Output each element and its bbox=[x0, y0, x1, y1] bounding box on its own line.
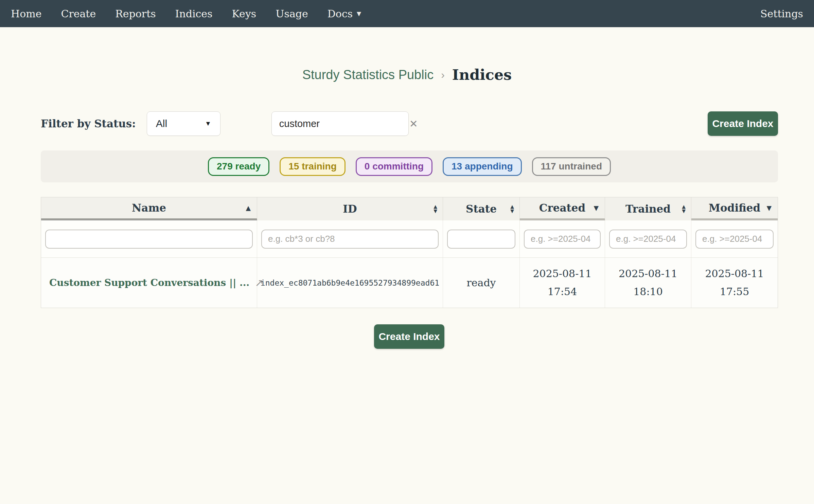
status-select[interactable]: All ▼ bbox=[147, 111, 220, 136]
column-header-state[interactable]: State ▲ ▼ bbox=[443, 197, 520, 220]
nav-item-create[interactable]: Create bbox=[61, 8, 96, 20]
created-filter-input[interactable] bbox=[524, 230, 601, 249]
sort-both-icon: ▲ ▼ bbox=[682, 204, 686, 213]
sort-both-icon: ▲ ▼ bbox=[433, 204, 437, 213]
status-badge-untrained: 117 untrained bbox=[532, 157, 611, 176]
search-input[interactable] bbox=[279, 118, 408, 130]
status-badge-committing: 0 committing bbox=[356, 157, 432, 176]
sort-down-glyph: ▼ bbox=[510, 209, 514, 213]
chevron-down-icon: ▼ bbox=[205, 120, 211, 127]
cell-state: ready bbox=[443, 258, 520, 308]
top-navbar: Home Create Reports Indices Keys Usage D… bbox=[0, 0, 814, 27]
column-label: ID bbox=[343, 203, 357, 215]
table-filter-row bbox=[41, 220, 778, 258]
column-label: Created bbox=[539, 202, 586, 214]
status-badge-training: 15 training bbox=[280, 157, 346, 176]
filter-by-status-label: Filter by Status: bbox=[41, 118, 136, 130]
filter-cell-id bbox=[257, 220, 443, 257]
sort-asc-icon: ▲ bbox=[246, 204, 251, 212]
nav-item-reports[interactable]: Reports bbox=[115, 8, 156, 20]
search-box: ✕ bbox=[271, 111, 409, 136]
table-header-row: Name ▲ ID ▲ ▼ State ▲ ▼ Created ▼ bbox=[41, 197, 778, 220]
create-index-button-bottom[interactable]: Create Index bbox=[374, 324, 444, 349]
page: Home Create Reports Indices Keys Usage D… bbox=[0, 0, 814, 504]
created-time: 17:54 bbox=[533, 283, 592, 301]
cell-id: index_ec8071ab6b9e4e1695527934899ead61 bbox=[257, 258, 443, 308]
filter-cell-created bbox=[520, 220, 605, 257]
column-label: Name bbox=[132, 202, 166, 214]
chevron-down-icon: ▼ bbox=[357, 10, 361, 17]
create-index-button-top[interactable]: Create Index bbox=[708, 111, 778, 136]
cell-trained: 2025-08-11 18:10 bbox=[605, 258, 691, 308]
column-label: State bbox=[466, 203, 497, 215]
trained-date: 2025-08-11 bbox=[619, 265, 677, 283]
cell-created: 2025-08-11 17:54 bbox=[520, 258, 605, 308]
column-header-name[interactable]: Name ▲ bbox=[41, 197, 257, 220]
status-select-value: All bbox=[156, 118, 167, 129]
index-id-value: index_ec8071ab6b9e4e1695527934899ead61 bbox=[261, 278, 439, 287]
filter-cell-trained bbox=[605, 220, 691, 257]
trained-time: 18:10 bbox=[619, 283, 677, 301]
table-row: Customer Support Conversations || ... ↗ … bbox=[41, 258, 778, 308]
sort-down-glyph: ▼ bbox=[682, 209, 686, 213]
nav-item-keys[interactable]: Keys bbox=[232, 8, 256, 20]
modified-time: 17:55 bbox=[705, 283, 764, 301]
navbar-links: Home Create Reports Indices Keys Usage D… bbox=[11, 8, 361, 20]
filter-cell-name bbox=[41, 220, 257, 257]
filter-cell-modified bbox=[691, 220, 778, 257]
modified-filter-input[interactable] bbox=[695, 230, 774, 249]
sort-down-glyph: ▼ bbox=[433, 209, 437, 213]
trained-datetime: 2025-08-11 18:10 bbox=[619, 265, 677, 301]
id-filter-input[interactable] bbox=[261, 230, 439, 249]
column-header-modified[interactable]: Modified ▼ bbox=[691, 197, 778, 220]
nav-docs-label: Docs bbox=[328, 8, 353, 20]
filter-toolbar: Filter by Status: All ▼ ✕ Create Index bbox=[41, 111, 778, 136]
status-badge-appending: 13 appending bbox=[443, 157, 521, 176]
nav-item-home[interactable]: Home bbox=[11, 8, 41, 20]
clear-search-icon[interactable]: ✕ bbox=[408, 118, 419, 130]
sort-desc-icon: ▼ bbox=[594, 204, 599, 212]
created-datetime: 2025-08-11 17:54 bbox=[533, 265, 592, 301]
created-date: 2025-08-11 bbox=[533, 265, 592, 283]
nav-item-usage[interactable]: Usage bbox=[276, 8, 308, 20]
nav-item-indices[interactable]: Indices bbox=[175, 8, 213, 20]
column-label: Trained bbox=[625, 203, 671, 215]
cell-modified: 2025-08-11 17:55 bbox=[691, 258, 778, 308]
column-header-trained[interactable]: Trained ▲ ▼ bbox=[605, 197, 691, 220]
page-title: Indices bbox=[452, 66, 512, 83]
breadcrumb-parent-link[interactable]: Sturdy Statistics Public bbox=[302, 68, 433, 82]
sort-both-icon: ▲ ▼ bbox=[510, 204, 514, 213]
breadcrumb-separator-icon: › bbox=[441, 69, 445, 81]
nav-item-docs[interactable]: Docs ▼ bbox=[328, 8, 361, 20]
modified-datetime: 2025-08-11 17:55 bbox=[705, 265, 764, 301]
column-label: Modified bbox=[709, 202, 760, 214]
status-badge-strip: 279 ready 15 training 0 committing 13 ap… bbox=[41, 150, 778, 182]
trained-filter-input[interactable] bbox=[609, 230, 687, 249]
name-filter-input[interactable] bbox=[45, 230, 253, 249]
column-header-id[interactable]: ID ▲ ▼ bbox=[257, 197, 443, 220]
breadcrumb: Sturdy Statistics Public › Indices bbox=[0, 66, 814, 83]
nav-item-settings[interactable]: Settings bbox=[760, 8, 803, 20]
cell-name: Customer Support Conversations || ... ↗ bbox=[41, 258, 257, 308]
indices-table: Name ▲ ID ▲ ▼ State ▲ ▼ Created ▼ bbox=[41, 197, 778, 308]
state-filter-input[interactable] bbox=[447, 230, 515, 249]
column-header-created[interactable]: Created ▼ bbox=[520, 197, 605, 220]
index-state-value: ready bbox=[466, 277, 496, 289]
modified-date: 2025-08-11 bbox=[705, 265, 764, 283]
status-badge-ready: 279 ready bbox=[208, 157, 269, 176]
index-name-link[interactable]: Customer Support Conversations || ... bbox=[49, 277, 249, 288]
sort-desc-icon: ▼ bbox=[766, 204, 772, 212]
filter-cell-state bbox=[443, 220, 520, 257]
